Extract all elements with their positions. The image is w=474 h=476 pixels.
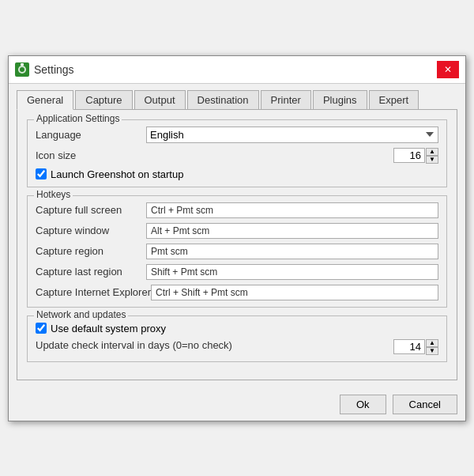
hotkeys-title: Hotkeys (34, 189, 73, 200)
tab-general[interactable]: General (17, 90, 73, 110)
window-title: Settings (34, 63, 74, 76)
language-select[interactable]: English German French Spanish (146, 127, 438, 143)
proxy-row: Use default system proxy (36, 323, 438, 334)
language-row: Language English German French Spanish (36, 127, 438, 143)
update-interval-down-button[interactable]: ▼ (426, 347, 438, 355)
hotkey-row-3: Capture last region (36, 264, 438, 280)
language-label: Language (36, 129, 146, 141)
ok-button[interactable]: Ok (340, 395, 386, 414)
bottom-bar: Ok Cancel (9, 388, 465, 421)
hotkey-row-1: Capture window (36, 223, 438, 239)
svg-point-2 (20, 67, 24, 72)
hotkey-label-4: Capture Internet Explorer (36, 286, 151, 298)
tab-bar: General Capture Output Destination Print… (17, 90, 457, 110)
hotkey-label-1: Capture window (36, 225, 146, 236)
hotkey-input-0[interactable] (146, 202, 438, 218)
title-bar: Settings ✕ (9, 56, 465, 84)
hotkey-row-4: Capture Internet Explorer (36, 285, 438, 300)
launch-checkbox[interactable] (36, 168, 47, 179)
hotkey-label-0: Capture full screen (36, 204, 146, 216)
hotkey-label-3: Capture last region (36, 266, 146, 278)
update-row: Update check interval in days (0=no chec… (36, 339, 438, 355)
hotkey-input-2[interactable] (146, 244, 438, 259)
tab-expert[interactable]: Expert (369, 90, 419, 110)
main-content: General Capture Output Destination Print… (9, 84, 465, 388)
language-control: English German French Spanish (146, 127, 438, 143)
network-title: Network and updates (34, 309, 128, 320)
proxy-label: Use default system proxy (51, 323, 166, 334)
icon-size-input[interactable] (393, 148, 425, 163)
tab-content-general: Application Settings Language English Ge… (17, 109, 457, 380)
hotkey-label-2: Capture region (36, 245, 146, 257)
settings-window: Settings ✕ General Capture Output Destin… (8, 55, 466, 421)
cancel-button[interactable]: Cancel (393, 395, 457, 414)
tab-output[interactable]: Output (134, 90, 186, 110)
svg-rect-3 (21, 63, 24, 66)
hotkey-input-3[interactable] (146, 264, 438, 280)
application-settings-section: Application Settings Language English Ge… (27, 119, 447, 187)
update-interval-up-button[interactable]: ▲ (426, 339, 438, 347)
hotkey-input-1[interactable] (146, 223, 438, 239)
hotkey-input-4[interactable] (151, 285, 438, 300)
proxy-checkbox[interactable] (36, 323, 47, 334)
tab-destination[interactable]: Destination (187, 90, 259, 110)
hotkeys-section: Hotkeys Capture full screen Capture wind… (27, 195, 447, 308)
tab-plugins[interactable]: Plugins (313, 90, 367, 110)
network-section: Network and updates Use default system p… (27, 315, 447, 362)
application-settings-title: Application Settings (34, 113, 122, 124)
hotkey-row-0: Capture full screen (36, 202, 438, 218)
update-interval-input[interactable] (393, 339, 425, 354)
icon-size-down-button[interactable]: ▼ (426, 156, 438, 164)
app-icon (15, 62, 29, 77)
icon-size-label: Icon size (36, 149, 146, 161)
close-button[interactable]: ✕ (437, 61, 459, 78)
icon-size-up-button[interactable]: ▲ (426, 148, 438, 156)
launch-label: Launch Greenshot on startup (51, 168, 183, 180)
tab-printer[interactable]: Printer (261, 90, 311, 110)
icon-size-control: ▲ ▼ (393, 148, 438, 164)
hotkey-row-2: Capture region (36, 244, 438, 259)
update-label: Update check interval in days (0=no chec… (36, 339, 393, 351)
icon-size-row: Icon size ▲ ▼ (36, 148, 438, 164)
launch-checkbox-row: Launch Greenshot on startup (36, 168, 438, 180)
tab-capture[interactable]: Capture (75, 90, 132, 110)
